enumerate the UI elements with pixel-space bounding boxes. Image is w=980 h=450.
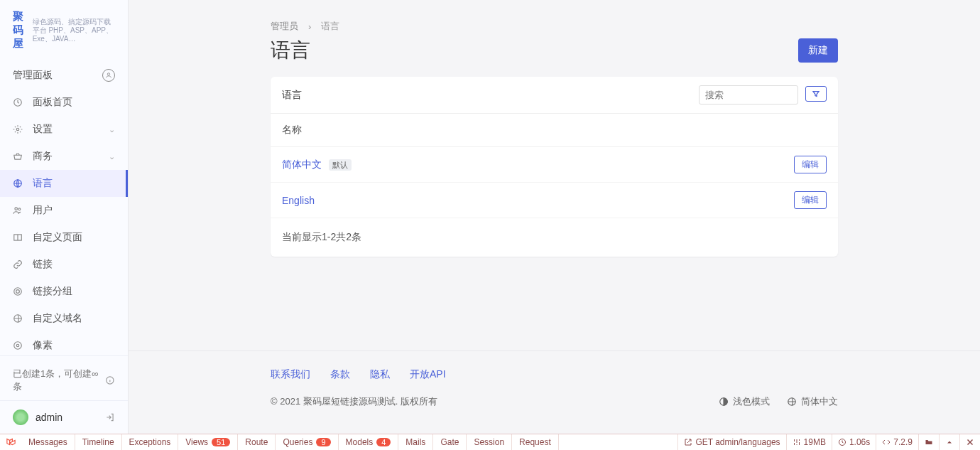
edit-button[interactable]: 编辑 <box>794 156 827 173</box>
laravel-icon[interactable] <box>0 437 21 448</box>
sidebar-item-label: 链接分组 <box>33 285 72 298</box>
user-circle-icon[interactable] <box>102 69 115 82</box>
card-title: 语言 <box>282 89 302 102</box>
contrast-icon <box>719 397 729 407</box>
debugbar-version[interactable]: 7.2.9 <box>876 434 918 450</box>
debugbar-time[interactable]: 1.06s <box>832 434 876 450</box>
debugbar-tab-views[interactable]: Views51 <box>178 434 238 450</box>
chevron-down-icon: ⌄ <box>109 152 115 161</box>
svg-point-11 <box>16 344 19 347</box>
user-menu[interactable]: admin <box>0 400 128 434</box>
footer-links: 联系我们 条款 隐私 开放API <box>271 368 838 381</box>
target-icon <box>13 286 24 296</box>
table-row: English 编辑 <box>271 183 838 218</box>
share-icon <box>684 438 692 446</box>
globe-icon <box>13 314 24 323</box>
close-icon <box>966 438 974 446</box>
svg-point-10 <box>14 342 22 350</box>
sidebar-item-languages[interactable]: 语言 <box>0 170 128 197</box>
dashboard-icon <box>13 97 24 107</box>
table-row: 简体中文 默认 编辑 <box>271 147 838 183</box>
debugbar-tab-session[interactable]: Session <box>467 434 512 450</box>
svg-point-5 <box>18 208 21 210</box>
footer-link-privacy[interactable]: 隐私 <box>370 368 390 381</box>
debugbar-memory[interactable]: 19MB <box>786 434 832 450</box>
copyright: © 2021 聚码屋短链接源码测试. 版权所有 <box>271 395 437 408</box>
target-icon <box>13 341 24 350</box>
filter-icon <box>812 90 820 98</box>
column-name: 名称 <box>282 124 302 135</box>
main: 管理员 › 语言 语言 新建 语言 <box>129 0 980 434</box>
logo[interactable]: 聚码屋 绿色源码、搞定源码下载平台 PHP、ASP、APP、Exe、JAVA… <box>0 0 128 59</box>
table-header: 名称 <box>271 114 838 147</box>
exit-icon[interactable] <box>105 412 115 422</box>
username: admin <box>36 412 62 423</box>
default-badge: 默认 <box>329 159 352 171</box>
debugbar-tab-gate[interactable]: Gate <box>433 434 467 450</box>
new-button[interactable]: 新建 <box>798 38 838 63</box>
debugbar-tab-exceptions[interactable]: Exceptions <box>122 434 179 450</box>
footer-link-terms[interactable]: 条款 <box>330 368 350 381</box>
sidebar-item-label: 自定义页面 <box>33 231 82 244</box>
sidebar-item-links[interactable]: 链接 <box>0 251 128 278</box>
basket-icon <box>13 151 24 161</box>
sidebar-item-label: 自定义域名 <box>33 312 82 325</box>
debugbar-tab-route[interactable]: Route <box>238 434 276 450</box>
sidebar-item-pixels[interactable]: 像素 <box>0 332 128 355</box>
debugbar-folder-button[interactable] <box>918 434 939 450</box>
sliders-icon <box>793 438 801 446</box>
breadcrumb-item: 语言 <box>321 20 339 33</box>
sidebar-item-label: 链接 <box>33 258 53 271</box>
svg-point-2 <box>16 128 19 131</box>
debugbar-tab-queries[interactable]: Queries9 <box>276 434 338 450</box>
link-icon <box>13 259 24 269</box>
sidebar: 聚码屋 绿色源码、搞定源码下载平台 PHP、ASP、APP、Exe、JAVA… … <box>0 0 129 434</box>
sidebar-item-domains[interactable]: 自定义域名 <box>0 305 128 332</box>
debugbar-tab-timeline[interactable]: Timeline <box>75 434 122 450</box>
debugbar-close-button[interactable] <box>959 434 980 450</box>
debugbar-collapse-button[interactable] <box>939 434 959 450</box>
language-toggle[interactable]: 简体中文 <box>787 395 838 408</box>
quota-info: 已创建1条，可创建∞条 <box>0 355 128 400</box>
debugbar-tab-request[interactable]: Request <box>512 434 559 450</box>
breadcrumb-item[interactable]: 管理员 <box>271 20 298 33</box>
footer-link-api[interactable]: 开放API <box>410 368 446 381</box>
sidebar-item-pages[interactable]: 自定义页面 <box>0 224 128 251</box>
columns-icon <box>13 232 24 242</box>
sidebar-item-label: 像素 <box>33 339 53 352</box>
debugbar-tab-mails[interactable]: Mails <box>398 434 433 450</box>
theme-toggle[interactable]: 浅色模式 <box>719 395 770 408</box>
svg-point-4 <box>15 208 18 210</box>
info-icon[interactable] <box>105 375 115 385</box>
code-icon <box>882 438 891 446</box>
debugbar-tab-messages[interactable]: Messages <box>21 434 75 450</box>
sidebar-title: 管理面板 <box>13 69 53 82</box>
page-title: 语言 <box>271 37 310 64</box>
content-card: 语言 名称 简体中文 默认 编辑 <box>271 77 838 257</box>
footer-link-contact[interactable]: 联系我们 <box>271 368 310 381</box>
debugbar-tab-models[interactable]: Models4 <box>339 434 399 450</box>
pagination-summary: 当前显示1-2共2条 <box>271 218 838 257</box>
edit-button[interactable]: 编辑 <box>794 191 827 209</box>
quota-text: 已创建1条，可创建∞条 <box>13 368 105 393</box>
sidebar-item-business[interactable]: 商务 ⌄ <box>0 143 128 170</box>
sidebar-item-users[interactable]: 用户 <box>0 197 128 224</box>
gear-icon <box>13 124 24 134</box>
sidebar-item-label: 用户 <box>33 204 53 217</box>
svg-point-8 <box>16 290 20 294</box>
search-input[interactable] <box>699 85 798 105</box>
sidebar-item-settings[interactable]: 设置 ⌄ <box>0 116 128 143</box>
sidebar-item-dashboard[interactable]: 面板首页 <box>0 89 128 116</box>
chevron-down-icon: ⌄ <box>109 125 115 134</box>
filter-button[interactable] <box>805 86 827 102</box>
row-name-link[interactable]: 简体中文 <box>282 159 322 170</box>
sidebar-item-link-groups[interactable]: 链接分组 <box>0 278 128 305</box>
sidebar-section-header: 管理面板 <box>0 59 128 89</box>
row-name-link[interactable]: English <box>282 195 315 206</box>
footer: 联系我们 条款 隐私 开放API © 2021 聚码屋短链接源码测试. 版权所有… <box>129 350 980 434</box>
chevron-up-icon <box>945 438 954 446</box>
breadcrumb: 管理员 › 语言 <box>271 20 838 33</box>
clock-icon <box>838 438 846 446</box>
chevron-right-icon: › <box>308 21 311 32</box>
debugbar-route[interactable]: GET admin/languages <box>677 434 785 450</box>
